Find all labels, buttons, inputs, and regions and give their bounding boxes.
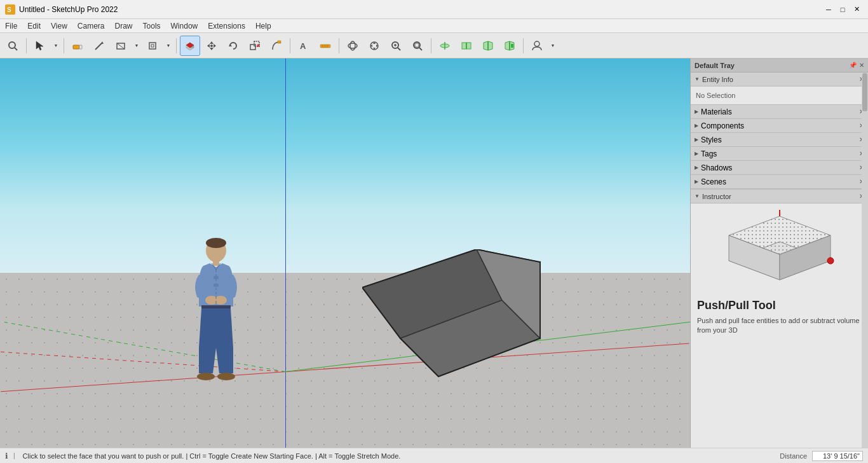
svg-rect-60 — [213, 259, 219, 266]
svg-marker-4 — [36, 41, 43, 50]
section-hybrid-button[interactable] — [499, 36, 520, 56]
section-cut-button[interactable] — [478, 36, 498, 56]
offset-dropdown-button[interactable]: ▼ — [164, 36, 173, 56]
section-display-button[interactable] — [456, 36, 477, 56]
followme-tool-button[interactable] — [266, 36, 287, 56]
menu-help[interactable]: Help — [250, 20, 276, 32]
materials-panel[interactable]: ▶ Materials ✕ — [691, 105, 868, 119]
orbit-tool-button[interactable] — [342, 36, 363, 56]
styles-arrow-icon: ▶ — [695, 137, 698, 142]
styles-panel[interactable]: ▶ Styles ✕ — [691, 133, 868, 147]
section-plane-button[interactable] — [435, 36, 455, 56]
instructor-header[interactable]: ▼ Instructor ✕ — [691, 190, 868, 204]
menu-draw[interactable]: Draw — [110, 20, 138, 32]
tags-title: Tags — [701, 149, 717, 158]
eraser-tool-button[interactable] — [67, 36, 88, 56]
svg-marker-17 — [210, 41, 214, 44]
materials-arrow-icon: ▶ — [695, 109, 698, 114]
person-svg — [187, 237, 245, 399]
text-tool-button[interactable]: A — [294, 36, 314, 56]
tape-tool-button[interactable] — [315, 36, 336, 56]
svg-rect-23 — [250, 45, 255, 50]
menu-view[interactable]: View — [46, 20, 72, 32]
menubar: File Edit View Camera Draw Tools Window … — [0, 19, 868, 33]
right-panel-scrollbar[interactable] — [862, 73, 868, 448]
entity-info-header[interactable]: ▼ Entity Info ✕ — [691, 73, 868, 86]
pan-icon — [369, 40, 380, 52]
move-tool-button[interactable] — [201, 36, 222, 56]
tool-description: Push and pull face entities to add or su… — [697, 316, 862, 336]
toolbar-sep-7 — [523, 38, 524, 53]
svg-point-64 — [197, 373, 215, 380]
eraser-icon — [72, 40, 83, 52]
svg-rect-11 — [149, 43, 156, 49]
menu-camera[interactable]: Camera — [72, 20, 110, 32]
ground-texture — [0, 273, 690, 448]
svg-marker-18 — [210, 48, 214, 50]
maximize-button[interactable]: □ — [836, 3, 849, 16]
close-button[interactable]: ✕ — [850, 3, 863, 16]
scenes-panel[interactable]: ▶ Scenes ✕ — [691, 175, 868, 189]
pushpull-tool-button[interactable] — [180, 36, 200, 56]
tray-controls: 📌 ✕ — [849, 62, 864, 69]
account-icon — [531, 40, 543, 52]
minimize-button[interactable]: ─ — [822, 3, 835, 16]
status-info-icon: ℹ — [5, 452, 8, 460]
tool-name: Push/Pull Tool — [697, 299, 776, 312]
titlebar-controls: ─ □ ✕ — [822, 3, 863, 16]
shape-tool-button[interactable] — [111, 36, 131, 56]
tags-panel[interactable]: ▶ Tags ✕ — [691, 147, 868, 161]
account-button[interactable] — [527, 36, 547, 56]
account-dropdown-arrow-icon: ▼ — [551, 43, 555, 48]
menu-file[interactable]: File — [0, 20, 22, 32]
svg-line-3 — [15, 48, 17, 50]
sky — [0, 59, 690, 273]
components-arrow-icon: ▶ — [695, 123, 698, 128]
svg-rect-67 — [214, 276, 219, 279]
pan-tool-button[interactable] — [364, 36, 384, 56]
main-area: Default Tray 📌 ✕ ▼ Entity Info ✕ No Sele… — [0, 59, 868, 448]
scale-tool-button[interactable] — [245, 36, 265, 56]
toolbar-sep-4 — [290, 38, 290, 53]
svg-point-35 — [350, 41, 355, 50]
zoom-tool-button[interactable] — [386, 36, 406, 56]
components-panel[interactable]: ▶ Components ✕ — [691, 119, 868, 133]
menu-window[interactable]: Window — [166, 20, 203, 32]
menu-extensions[interactable]: Extensions — [203, 20, 250, 32]
titlebar: S Untitled - SketchUp Pro 2022 ─ □ ✕ — [0, 0, 868, 19]
pushpull-icon — [184, 40, 196, 52]
shape-dropdown-button[interactable]: ▼ — [132, 36, 141, 56]
viewport[interactable] — [0, 59, 690, 448]
toolbar-sep-5 — [339, 38, 339, 53]
select-tool-button[interactable] — [30, 36, 50, 56]
tray-header: Default Tray 📌 ✕ — [691, 59, 868, 73]
distance-label: Distance — [780, 452, 807, 460]
tray-pin-button[interactable]: 📌 — [849, 62, 857, 69]
dropdown-arrow-icon: ▼ — [54, 43, 58, 48]
magnify-tool-button[interactable] — [3, 36, 23, 56]
select-dropdown-button[interactable]: ▼ — [51, 36, 60, 56]
shadows-panel[interactable]: ▶ Shadows ✕ — [691, 161, 868, 175]
toolbar: ▼ ▼ ▼ — [0, 33, 868, 59]
rotate-tool-button[interactable] — [223, 36, 243, 56]
shape-svg — [362, 249, 566, 402]
materials-title: Materials — [701, 107, 732, 116]
zoom-extents-button[interactable] — [407, 36, 428, 56]
scale-icon — [249, 40, 261, 52]
line-tool-button[interactable] — [89, 36, 109, 56]
svg-point-59 — [206, 238, 226, 248]
status-message: Click to select the face that you want t… — [23, 452, 775, 460]
distance-value[interactable]: 13' 9 15/16" — [812, 451, 863, 461]
instructor-header-left: ▼ Instructor — [695, 193, 731, 200]
section-display-icon — [461, 40, 472, 52]
svg-rect-68 — [214, 284, 219, 287]
account-dropdown-button[interactable]: ▼ — [548, 36, 557, 56]
tray-close-button[interactable]: ✕ — [859, 62, 864, 69]
menu-edit[interactable]: Edit — [22, 20, 46, 32]
instructor-title: Instructor — [702, 193, 731, 200]
offset-tool-button[interactable] — [142, 36, 163, 56]
scroll-thumb[interactable] — [862, 73, 867, 111]
svg-rect-63 — [201, 305, 231, 308]
svg-point-65 — [217, 373, 235, 380]
menu-tools[interactable]: Tools — [138, 20, 166, 32]
